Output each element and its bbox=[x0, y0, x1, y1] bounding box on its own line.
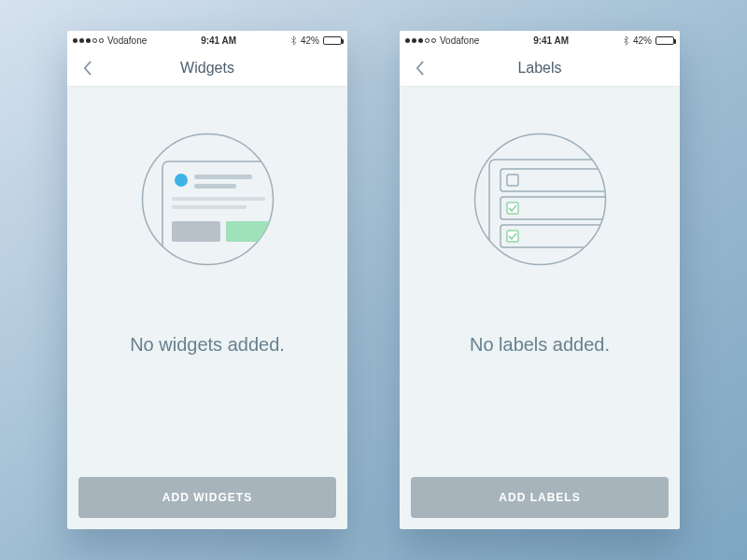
battery-percent: 42% bbox=[301, 35, 319, 46]
svg-point-11 bbox=[474, 134, 605, 265]
nav-title: Widgets bbox=[67, 60, 347, 77]
widgets-illustration-icon bbox=[140, 132, 275, 267]
svg-point-3 bbox=[175, 174, 188, 187]
nav-bar: Labels bbox=[400, 49, 680, 87]
carrier-label: Vodafone bbox=[107, 35, 147, 46]
svg-rect-8 bbox=[172, 221, 220, 242]
status-bar: Vodafone 9:41 AM 42% bbox=[67, 31, 347, 49]
carrier-label: Vodafone bbox=[440, 35, 479, 46]
empty-state: No labels added. bbox=[400, 87, 680, 466]
add-labels-button[interactable]: ADD LABELS bbox=[411, 477, 669, 518]
status-time: 9:41 AM bbox=[479, 35, 623, 46]
signal-strength-icon bbox=[73, 38, 104, 43]
svg-rect-7 bbox=[172, 205, 247, 209]
battery-icon bbox=[323, 36, 342, 45]
labels-illustration-icon bbox=[472, 132, 608, 267]
svg-rect-5 bbox=[194, 184, 236, 189]
svg-rect-9 bbox=[226, 221, 275, 242]
empty-state-message: No labels added. bbox=[470, 334, 610, 356]
signal-strength-icon bbox=[405, 38, 436, 43]
status-bar: Vodafone 9:41 AM 42% bbox=[400, 31, 680, 49]
nav-bar: Widgets bbox=[67, 49, 347, 87]
phone-screen-labels: Vodafone 9:41 AM 42% Labels bbox=[400, 31, 680, 529]
svg-rect-4 bbox=[194, 175, 252, 179]
empty-state: No widgets added. bbox=[67, 87, 347, 466]
svg-rect-13 bbox=[500, 169, 608, 191]
bluetooth-icon bbox=[623, 35, 629, 46]
battery-percent: 42% bbox=[633, 35, 652, 46]
svg-rect-14 bbox=[507, 175, 518, 186]
svg-rect-6 bbox=[172, 197, 265, 201]
nav-title: Labels bbox=[400, 60, 680, 77]
status-time: 9:41 AM bbox=[147, 35, 290, 46]
phone-screen-widgets: Vodafone 9:41 AM 42% Widgets bbox=[67, 31, 347, 529]
add-widgets-button[interactable]: ADD WIDGETS bbox=[78, 477, 336, 518]
svg-rect-16 bbox=[507, 203, 518, 214]
bluetooth-icon bbox=[290, 35, 297, 46]
empty-state-message: No widgets added. bbox=[130, 334, 285, 356]
svg-rect-18 bbox=[507, 231, 518, 242]
battery-icon bbox=[655, 36, 674, 45]
